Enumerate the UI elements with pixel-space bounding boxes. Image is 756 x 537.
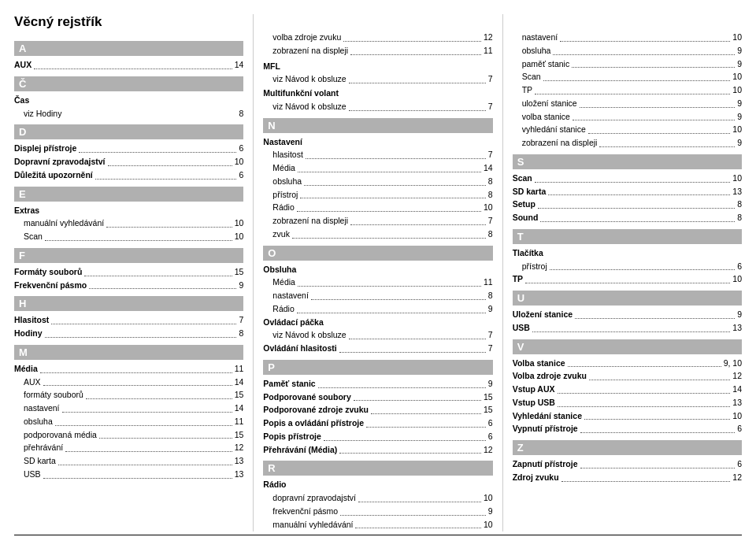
list-item: Scan 10	[513, 172, 742, 185]
list-item: USB 13	[14, 468, 243, 481]
list-item: TP 10	[513, 84, 742, 97]
list-item: Displej přístroje 6	[14, 143, 243, 155]
list-item: Zdroj zvuku 12	[513, 472, 742, 484]
section-r: R	[263, 461, 492, 476]
list-item: Dopravní zpravodajství 10	[14, 156, 243, 169]
list-item: TP 10	[513, 273, 742, 286]
section-o: O	[263, 246, 492, 261]
section-n: N	[263, 118, 492, 133]
list-item: manuální vyhledávání 10	[263, 519, 492, 531]
list-item: Scan 10	[513, 71, 742, 83]
list-item: Důležitá upozornění 6	[14, 169, 243, 182]
list-item: Čas	[14, 94, 243, 107]
list-item: nastavení 14	[14, 402, 243, 415]
section-t: T	[513, 229, 742, 244]
list-item: Rádio	[263, 479, 492, 491]
list-item: Obsluha	[263, 264, 492, 276]
list-item: formáty souborů 15	[14, 389, 243, 402]
col-divider-2	[502, 14, 503, 531]
list-item: frekvenční pásmo 9	[263, 506, 492, 518]
list-item: Hlasitost 7	[14, 314, 243, 327]
list-item: Volba zdroje zvuku 12	[513, 370, 742, 383]
list-item: viz Návod k obsluze 7	[263, 329, 492, 342]
list-item: uložení stanice 9	[513, 98, 742, 110]
column-1: Věcný rejstřík A AUX 14 Č Čas viz Hodiny…	[14, 14, 250, 531]
content-area: Věcný rejstřík A AUX 14 Č Čas viz Hodiny…	[14, 14, 742, 531]
list-item: Scan 10	[14, 231, 243, 243]
list-item: Extras	[14, 205, 243, 217]
list-item: obsluha 9	[513, 45, 742, 57]
list-item: Média 11	[263, 276, 492, 289]
list-item: zvuk 8	[263, 228, 492, 241]
page: Věcný rejstřík A AUX 14 Č Čas viz Hodiny…	[0, 0, 756, 537]
section-u: U	[513, 291, 742, 306]
list-item: Paměť stanic 9	[263, 378, 492, 391]
list-item: Vstup USB 13	[513, 397, 742, 409]
list-item: Rádio 10	[263, 202, 492, 214]
list-item: AUX 14	[14, 376, 243, 389]
list-item: přístroj 8	[263, 189, 492, 202]
list-item: zobrazení na displeji 9	[513, 137, 742, 150]
list-item: paměť stanic 9	[513, 58, 742, 71]
section-p: P	[263, 360, 492, 375]
list-item: Frekvenční pásmo 9	[14, 280, 243, 292]
page-title: Věcný rejstřík	[14, 14, 243, 30]
list-item: Ovládací páčka	[263, 317, 492, 329]
list-item: Vyhledání stanice 10	[513, 410, 742, 423]
list-item: Média 14	[263, 162, 492, 175]
section-e: E	[14, 187, 243, 202]
list-item: Formáty souborů 15	[14, 266, 243, 279]
multifunkcni-section: Multifunkční volant viz Návod k obsluze …	[263, 87, 492, 113]
list-item: zobrazení na displeji 7	[263, 215, 492, 228]
mfl-section: MFL viz Návod k obsluze 7	[263, 61, 492, 87]
list-item: Média 11	[14, 363, 243, 376]
list-item: Přehrávání (Média) 12	[263, 444, 492, 457]
list-item: přístroj 6	[513, 261, 742, 273]
list-item: nastavení 10	[513, 31, 742, 44]
sound-entry: Sound 8	[513, 212, 742, 224]
list-item: Podporované zdroje zvuku 15	[263, 404, 492, 417]
list-item: Vstup AUX 14	[513, 383, 742, 396]
list-item: viz Návod k obsluze 7	[263, 101, 492, 113]
section-m: M	[14, 345, 243, 360]
list-item: MFL	[263, 61, 492, 73]
list-item: manuální vyhledávání 10	[14, 217, 243, 230]
section-h: H	[14, 296, 243, 311]
section-d: D	[14, 124, 243, 139]
list-item: Vypnutí přístroje 6	[513, 423, 742, 435]
list-item: Podporované soubory 15	[263, 391, 492, 404]
list-item: nastavení 8	[263, 290, 492, 302]
list-item: Uložení stanice 9	[513, 309, 742, 321]
list-item: obsluha 11	[14, 416, 243, 428]
list-item: Multifunkční volant	[263, 87, 492, 100]
list-item: Nastavení	[263, 136, 492, 149]
list-item: Popis a ovládání přístroje 6	[263, 417, 492, 430]
section-v: V	[513, 339, 742, 354]
column-3: nastavení 10 obsluha 9 paměť stanic 9 Sc…	[506, 14, 742, 531]
section-c: Č	[14, 76, 243, 91]
list-item: SD karta 13	[14, 455, 243, 468]
list-item: AUX 14	[14, 59, 243, 72]
list-item: Popis přístroje 6	[263, 431, 492, 443]
list-item: dopravní zpravodajství 10	[263, 492, 492, 505]
section-f: F	[14, 248, 243, 263]
list-item: obsluha 8	[263, 176, 492, 188]
section-a: A	[14, 41, 243, 56]
column-2: volba zdroje zvuku 12 zobrazení na displ…	[257, 14, 498, 531]
list-item: SD karta 13	[513, 186, 742, 198]
list-item: Tlačítka	[513, 247, 742, 260]
list-item: volba stanice 9	[513, 111, 742, 124]
list-item: Ovládání hlasitosti 7	[263, 343, 492, 355]
section-s: S	[513, 154, 742, 169]
list-item: Hodiny 8	[14, 328, 243, 340]
list-item: volba zdroje zvuku 12	[263, 31, 492, 44]
section-z: Z	[513, 440, 742, 455]
list-item: zobrazení na displeji 11	[263, 45, 492, 57]
list-item: Volba stanice 9, 10	[513, 357, 742, 370]
list-item: podporovaná média 15	[14, 429, 243, 442]
list-item: Zapnutí přístroje 6	[513, 458, 742, 471]
list-item: přehrávání 12	[14, 442, 243, 454]
list-item: Setup 8	[513, 198, 742, 211]
col-divider-1	[253, 14, 254, 531]
list-item: vyhledání stanice 10	[513, 124, 742, 136]
